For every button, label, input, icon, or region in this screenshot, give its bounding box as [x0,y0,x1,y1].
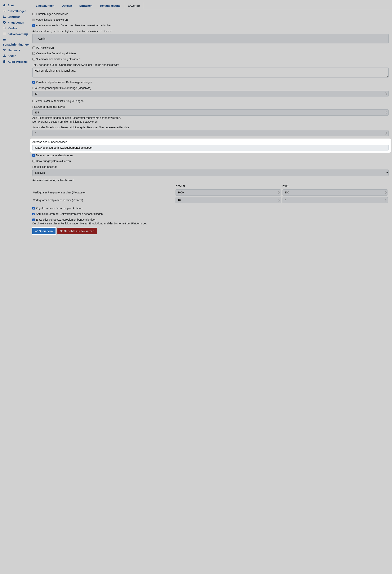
sidebar-item-label: Fallverwaltung [8,32,28,36]
svg-rect-10 [3,27,6,29]
inbox-icon [3,26,6,30]
svg-rect-13 [3,35,6,35]
search-indexing-checkbox[interactable] [32,58,35,61]
sidebar-item-start[interactable]: Start [3,2,30,8]
svg-rect-14 [3,39,5,41]
svg-rect-25 [60,230,62,230]
disable-privacy-panel-checkbox[interactable] [32,154,35,157]
svg-rect-20 [4,57,5,57]
log-internal-checkbox[interactable] [32,207,35,209]
enable-encryption-checkbox [32,19,35,21]
notify-admins-checkbox[interactable] [32,213,35,215]
sidebar-item-audit[interactable]: Audit-Protokoll [3,59,30,64]
log-internal-label: Zugriffe interner Benutzer protokolliere… [36,207,83,210]
allow-admin-pwchange-checkbox[interactable] [32,24,35,27]
sidebar-item-netzwerk[interactable]: Netzwerk [3,47,30,53]
anomaly-col-low: Niedrig [175,183,282,189]
svg-rect-23 [4,60,5,61]
home-icon [3,3,6,7]
custodian-highlight: Adresse des Kundenservices [30,139,391,152]
custodian-input[interactable] [32,145,389,151]
sliders-icon [3,9,6,13]
anomaly-row-label: Verfügbarer Festplattenspeicher (Megabyt… [32,189,175,196]
reset-reports-label: Berichte zurücksetzen [64,229,94,233]
svg-rect-24 [61,230,62,232]
sidebar-item-label: Start [8,4,14,7]
svg-point-4 [5,11,5,11]
sidebar-item-label: Netzwerk [8,49,20,52]
custodian-label: Adresse des Kundenservices [32,141,389,144]
attachment-size-input[interactable] [32,91,389,97]
anomaly-table: Niedrig Hoch Verfügbarer Festplattenspei… [32,183,389,204]
list-icon [3,32,6,36]
channel-text-input[interactable]: Wählen Sie einen Meldekanal aus: [32,67,389,78]
reset-reports-button[interactable]: Berichte zurücksetzen [57,228,97,234]
notify-devs-label: Entwickler bei Softwareproblemen benachr… [36,218,96,221]
enable-scoring-label: Bewertungssystem aktivieren [36,160,71,163]
pw-interval-input[interactable] [32,109,389,116]
svg-rect-11 [3,33,6,33]
sidebar-item-seiten[interactable]: Seiten [3,53,30,59]
svg-rect-26 [61,230,62,230]
tab-dateien[interactable]: Dateien [58,2,75,9]
disable-submissions-label: Einreichungen deaktivieren [36,12,68,16]
sidebar-item-benachrichtigungen[interactable]: Benachrichtigungen [3,37,30,47]
sidebar-item-benutzer[interactable]: Benutzer [3,14,30,20]
tab-erweitert[interactable]: Erweitert [124,2,143,9]
notify-devs-checkbox[interactable] [32,219,35,221]
anomaly-mb-low-input[interactable] [176,189,281,196]
sidebar-item-frageboegen[interactable]: ? Fragebögen [3,20,30,25]
svg-text:?: ? [4,21,5,23]
anomaly-label: Anomalieerkennungsschwellenwert [32,179,389,182]
save-button-label: Speichern [39,229,53,233]
sidebar-item-kanaele[interactable]: Kanäle [3,25,30,31]
svg-point-3 [3,10,4,10]
log-level-select[interactable]: ERROR [32,169,389,176]
pw-interval-help1: Aus Sicherheitsgründen müssen Passwörter… [32,116,389,119]
svg-point-5 [4,11,5,12]
enable-pgp-label: PGP aktivieren [36,46,54,49]
anomaly-pct-low-input[interactable] [176,197,281,203]
enable-pgp-checkbox[interactable] [32,46,35,49]
require-2fa-checkbox[interactable] [32,100,35,102]
cloud-icon [3,48,6,52]
enable-encryption-label: Verschlüsselung aktivieren [36,18,68,21]
pw-interval-help2: Den Wert auf 0 setzen um die Funktion zu… [32,120,389,123]
anomaly-row-label: Verfügbarer Festplattenspeicher (Prozent… [32,196,175,204]
enable-scoring-checkbox[interactable] [32,160,35,163]
admins-allowed-label: Administratoren, die berechtigt sind, Be… [32,30,389,33]
pw-interval-label: Passwortänderungsintervall [32,105,389,108]
sidebar-item-label: Benachrichtigungen [3,43,30,46]
tab-sprachen[interactable]: Sprachen [76,2,96,9]
svg-rect-12 [3,34,6,34]
channels-alpha-checkbox[interactable] [32,81,35,84]
main-content: Einstellungen Dateien Sprachen Textanpas… [30,0,392,574]
table-row: Verfügbarer Festplattenspeicher (Megabyt… [32,189,389,196]
question-icon: ? [3,21,6,24]
disable-privacy-panel-label: Datenschutzpanel deaktivieren [36,154,73,157]
disable-submissions-checkbox[interactable] [32,13,35,15]
require-2fa-label: Zwei-Faktor-Authentifizierung verlangen [36,100,83,102]
svg-point-7 [5,16,5,17]
unread-days-label: Anzahl der Tage bis zur Benachrichtigung… [32,126,389,129]
users-icon [3,15,6,18]
save-button[interactable]: Speichern [32,228,56,234]
tab-einstellungen[interactable]: Einstellungen [32,2,58,9]
allow-admin-pwchange-label: Administratoren das Ändern von Benutzerp… [36,24,112,27]
sidebar-item-label: Seiten [8,54,16,58]
anomaly-pct-high-input[interactable] [283,197,388,203]
svg-point-6 [3,16,4,17]
channel-text-label: Text, der oben auf der Oberfläche zur Au… [32,63,389,66]
tab-textanpassung[interactable]: Textanpassung [97,2,124,9]
simplified-login-checkbox[interactable] [32,52,35,55]
envelope-icon [3,38,6,41]
sidebar-item-label: Einstellungen [8,9,26,13]
unread-days-input[interactable] [32,130,389,136]
notify-admins-label: Administratoren bei Softwareproblemen be… [36,212,103,215]
admins-allowed-box[interactable]: Admin [32,34,389,43]
svg-rect-21 [5,57,6,57]
sidebar-item-fallverwaltung[interactable]: Fallverwaltung [3,31,30,37]
sidebar-item-einstellungen[interactable]: Einstellungen [3,8,30,14]
attachment-size-label: Größenbegrenzung für Dateianhänge (Megab… [32,86,389,90]
anomaly-mb-high-input[interactable] [283,189,388,196]
